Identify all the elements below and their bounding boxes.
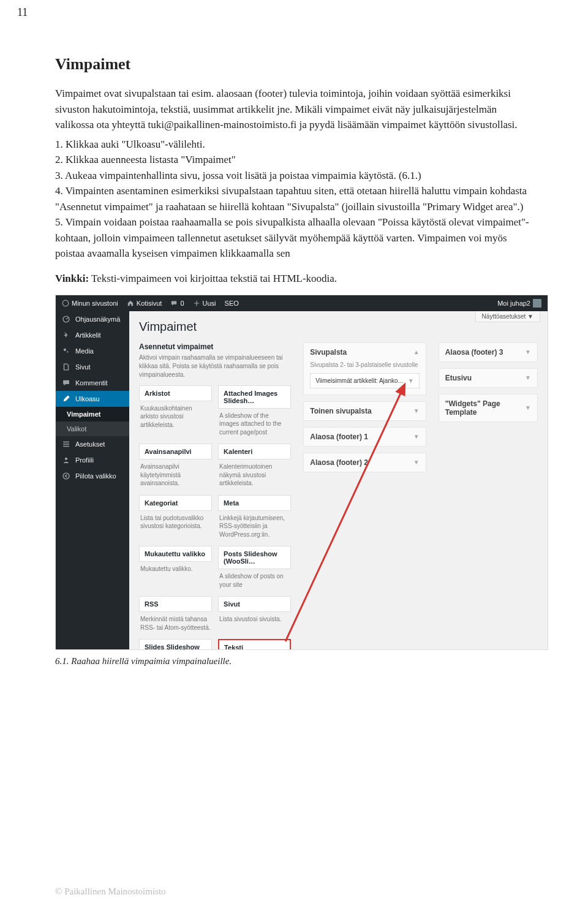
widget-area-name: "Widgets" Page Template (445, 399, 525, 417)
brush-icon (62, 395, 70, 403)
widget-area[interactable]: Alaosa (footer) 3▼ (439, 342, 538, 362)
adminbar-home-label: Kotisivut (137, 300, 162, 307)
sidebar-item-label: Ohjausnäkymä (75, 315, 120, 323)
placed-widget[interactable]: Viimeisimmät artikkelit: Ajanko…▼ (310, 373, 419, 388)
widget-area[interactable]: Alaosa (footer) 1▼ (303, 427, 426, 447)
sidebar-subitem-widgets[interactable]: Vimpaimet (56, 407, 129, 421)
section-title: Vimpaimet (55, 55, 533, 74)
widget-area[interactable]: Sivupalsta▲Sivupalsta 2- tai 3-palstaise… (303, 342, 426, 395)
widget-area[interactable]: "Widgets" Page Template▼ (439, 394, 538, 422)
sidebar-item-comments[interactable]: Kommentit (56, 375, 129, 391)
adminbar-comments[interactable]: 0 (170, 300, 184, 307)
adminbar-home[interactable]: Kotisivut (127, 300, 162, 307)
widget-area-header[interactable]: Sivupalsta▲ (304, 343, 425, 361)
content-area: Näyttöasetukset ▼ Vimpaimet Asennetut vi… (129, 311, 548, 649)
screen-options-toggle[interactable]: Näyttöasetukset ▼ (475, 311, 540, 322)
step-item: 5. Vimpain voidaan poistaa raahaamalla s… (55, 214, 533, 262)
tip-line: Vinkki: Teksti-vimpaimeen voi kirjoittaa… (55, 273, 533, 285)
sidebar-item-label: Artikkelit (75, 331, 101, 339)
available-widget-desc: Lista sivustosi sivuista. (218, 612, 291, 631)
sidebar-item-dashboard[interactable]: Ohjausnäkymä (56, 311, 129, 327)
figure-caption: 6.1. Raahaa hiirellä vimpaimia vimpainal… (55, 656, 533, 667)
widget-area-name: Alaosa (footer) 3 (445, 348, 503, 357)
copyright: © Paikallinen Mainostoimisto (55, 886, 166, 897)
sidebar-collapse[interactable]: Piilota valikko (56, 468, 129, 484)
adminbar-seo[interactable]: SEO (225, 300, 239, 307)
chevron-down-icon: ▼ (408, 377, 414, 384)
widget-area-name: Alaosa (footer) 2 (310, 458, 368, 467)
available-widget[interactable]: Meta (218, 495, 291, 511)
widget-area[interactable]: Etusivu▼ (439, 368, 538, 388)
sidebar-item-label: Kommentit (75, 379, 108, 387)
available-widget[interactable]: Avainsanapilvi (139, 444, 212, 459)
available-widgets-title: Asennetut vimpaimet (139, 342, 291, 351)
admin-bar: Minun sivustoni Kotisivut 0 Uusi SEO Moi… (56, 295, 548, 311)
adminbar-greeting: Moi juhap2 (497, 300, 530, 307)
available-widget[interactable]: Slides Slideshow (WooSli… (139, 639, 212, 649)
sidebar-item-media[interactable]: Media (56, 343, 129, 359)
sidebar-item-posts[interactable]: Artikkelit (56, 327, 129, 343)
comment-icon (170, 300, 178, 307)
widget-areas-col-2: Alaosa (footer) 3▼Etusivu▼"Widgets" Page… (439, 342, 538, 428)
adminbar-mysites[interactable]: Minun sivustoni (62, 300, 118, 307)
available-widget[interactable]: Teksti (218, 639, 291, 649)
svg-point-0 (62, 300, 69, 306)
available-widget[interactable]: Mukautettu valikko (139, 546, 212, 562)
sidebar-item-appearance[interactable]: Ulkoasu (56, 391, 129, 407)
widget-area-name: Alaosa (footer) 1 (310, 433, 368, 441)
chevron-icon: ▼ (413, 459, 420, 466)
comment-icon (62, 379, 70, 387)
widget-areas-col-1: Sivupalsta▲Sivupalsta 2- tai 3-palstaise… (303, 342, 426, 478)
svg-point-2 (64, 348, 66, 350)
available-widget[interactable]: RSS (139, 596, 212, 612)
sidebar-item-profile[interactable]: Profiili (56, 452, 129, 468)
widget-area-name: Toinen sivupalsta (310, 407, 371, 415)
wordpress-icon (62, 300, 69, 307)
sidebar-item-label: Media (75, 347, 94, 355)
available-widget[interactable]: Kalenteri (218, 444, 291, 459)
widget-area[interactable]: Toinen sivupalsta▼ (303, 401, 426, 421)
available-widget[interactable]: Posts Slideshow (WooSli… (218, 546, 291, 569)
chevron-icon: ▲ (413, 349, 420, 355)
user-icon (62, 456, 70, 464)
chevron-icon: ▼ (525, 404, 531, 411)
sidebar-item-pages[interactable]: Sivut (56, 359, 129, 375)
available-widget-desc: Kalenterimuotoinen näkymä sivustosi arti… (218, 459, 291, 495)
available-widget-desc: Kuukausikohtainen arkisto sivustosi arti… (139, 401, 212, 437)
adminbar-mysites-label: Minun sivustoni (72, 300, 118, 307)
available-widget[interactable]: Arkistot (139, 385, 212, 401)
chevron-icon: ▼ (413, 433, 420, 440)
dashboard-icon (62, 315, 70, 323)
sidebar-item-label: Valikot (67, 425, 86, 433)
sidebar-item-label: Vimpaimet (67, 410, 100, 418)
sidebar-item-label: Ulkoasu (75, 395, 100, 402)
sidebar-item-label: Profiili (75, 456, 94, 464)
plus-icon (193, 300, 200, 307)
sidebar-item-label: Piilota valikko (75, 472, 116, 480)
available-widget[interactable]: Kategoriat (139, 495, 212, 511)
widget-area[interactable]: Alaosa (footer) 2▼ (303, 453, 426, 472)
sidebar-subitem-menus[interactable]: Valikot (56, 421, 129, 436)
available-widget-desc: A slideshow of posts on your site (218, 569, 291, 596)
widget-area-header[interactable]: Alaosa (footer) 3▼ (439, 343, 537, 361)
widget-area-desc: Sivupalsta 2- tai 3-palstaiselle sivusto… (304, 361, 425, 373)
step-item: 2. Klikkaa auenneesta listasta "Vimpaime… (55, 152, 533, 168)
step-list: 1. Klikkaa auki "Ulkoasu"-välilehti. 2. … (55, 137, 533, 262)
widget-area-header[interactable]: Etusivu▼ (439, 369, 537, 387)
available-widget[interactable]: Attached Images Slidesh… (218, 385, 291, 409)
chevron-icon: ▼ (525, 349, 531, 355)
collapse-icon (62, 472, 70, 480)
admin-sidebar: Ohjausnäkymä Artikkelit Media Sivut Komm… (56, 311, 129, 649)
widget-area-header[interactable]: Alaosa (footer) 1▼ (304, 428, 425, 446)
widget-area-header[interactable]: Toinen sivupalsta▼ (304, 402, 425, 420)
adminbar-account[interactable]: Moi juhap2 (497, 299, 541, 308)
sidebar-item-settings[interactable]: Asetukset (56, 436, 129, 452)
widget-area-header[interactable]: Alaosa (footer) 2▼ (304, 453, 425, 472)
available-widget-desc: Linkkejä kirjautumiseen, RSS-syötteisiin… (218, 511, 291, 546)
adminbar-new[interactable]: Uusi (193, 300, 216, 307)
step-item: 1. Klikkaa auki "Ulkoasu"-välilehti. (55, 137, 533, 153)
widget-area-header[interactable]: "Widgets" Page Template▼ (439, 395, 537, 421)
page-icon (62, 363, 70, 371)
available-widget[interactable]: Sivut (218, 596, 291, 612)
adminbar-comments-count: 0 (180, 300, 184, 307)
